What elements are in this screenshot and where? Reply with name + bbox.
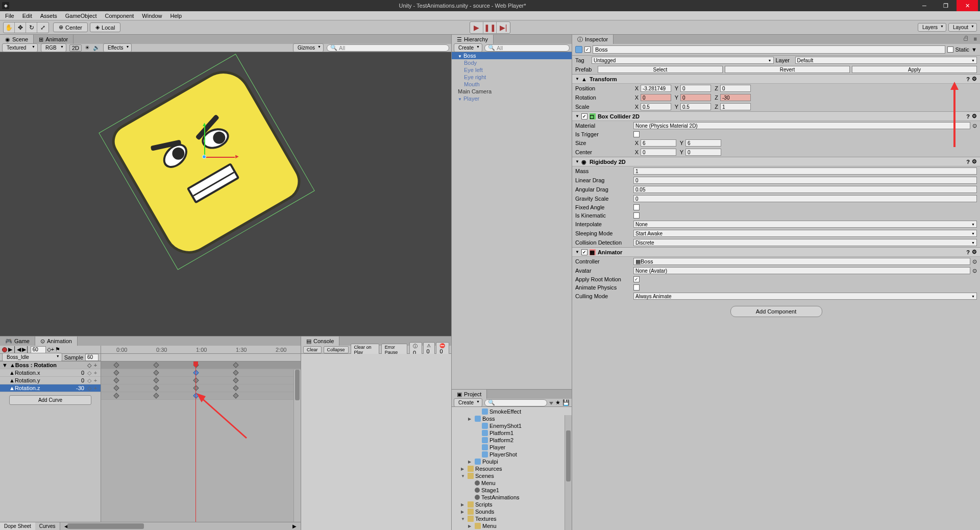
rotation-y-field[interactable]: [680, 94, 711, 101]
add-key-button[interactable]: ◇+: [47, 346, 54, 353]
static-dropdown-icon[interactable]: ▼: [971, 46, 977, 53]
property-row-selected[interactable]: ▲Rotation.z-30◇+: [0, 384, 101, 392]
project-scrollbar[interactable]: [565, 415, 572, 530]
prefab-select-button[interactable]: Select: [598, 66, 723, 73]
project-item[interactable]: Player: [452, 444, 572, 451]
project-item[interactable]: ▼Scenes: [452, 472, 572, 479]
is-kinematic-checkbox[interactable]: [633, 212, 640, 219]
y-axis-handle[interactable]: [204, 126, 205, 157]
hierarchy-tab[interactable]: ☰Hierarchy: [452, 35, 494, 44]
x-axis-handle[interactable]: [204, 157, 235, 158]
inspector-tab[interactable]: ⓘInspector: [572, 35, 614, 44]
active-checkbox[interactable]: [584, 46, 591, 53]
project-item[interactable]: Menu: [452, 479, 572, 487]
animation-tab[interactable]: ⊙Animation: [35, 336, 78, 346]
console-tab[interactable]: ▤Console: [301, 336, 339, 346]
rigidbody-component-header[interactable]: ▼◉Rigidbody 2D?⚙: [572, 157, 980, 166]
rotation-x-field[interactable]: [641, 94, 671, 101]
next-key-button[interactable]: ▶│: [22, 346, 30, 353]
project-item[interactable]: ▶Menu: [452, 522, 572, 529]
component-enable-checkbox[interactable]: [581, 249, 587, 255]
static-checkbox[interactable]: [947, 46, 953, 53]
hierarchy-item[interactable]: Main Camera: [452, 88, 572, 95]
property-header[interactable]: ▼▲Boss : Rotation◇+: [0, 362, 101, 369]
help-icon[interactable]: ?: [966, 249, 970, 255]
render-mode-dropdown[interactable]: RGB: [41, 43, 66, 52]
project-item[interactable]: ▶Scripts: [452, 501, 572, 508]
curves-tab[interactable]: Curves: [35, 522, 60, 530]
object-picker-icon[interactable]: ⊙: [972, 268, 977, 274]
menu-help[interactable]: Help: [167, 12, 185, 19]
project-item[interactable]: ▶Boss: [452, 415, 572, 422]
size-x-field[interactable]: [641, 139, 676, 147]
position-z-field[interactable]: [720, 85, 751, 92]
boxcollider-component-header[interactable]: ▼◻Box Collider 2D?⚙: [572, 111, 980, 121]
mass-field[interactable]: [633, 167, 977, 175]
menu-gameobject[interactable]: GameObject: [62, 12, 100, 19]
project-item[interactable]: TestAnimations: [452, 494, 572, 501]
project-item[interactable]: ▶Poulpi: [452, 458, 572, 465]
interpolate-dropdown[interactable]: None: [633, 221, 977, 228]
timeline-scrollbar[interactable]: [293, 370, 301, 522]
project-item[interactable]: PlayerShot: [452, 451, 572, 458]
favorite-icon[interactable]: ★: [555, 399, 560, 406]
gear-icon[interactable]: ⚙: [972, 113, 977, 119]
scale-y-field[interactable]: [680, 103, 711, 110]
project-item[interactable]: ▶Sounds: [452, 508, 572, 515]
clear-button[interactable]: Clear: [303, 346, 322, 353]
controller-field[interactable]: ▦Boss: [633, 258, 970, 265]
apply-root-motion-checkbox[interactable]: [633, 276, 640, 282]
gear-icon[interactable]: ⚙: [972, 249, 977, 255]
help-icon[interactable]: ?: [966, 76, 970, 82]
project-item[interactable]: Platform2: [452, 437, 572, 444]
help-icon[interactable]: ?: [966, 113, 970, 119]
culling-mode-dropdown[interactable]: Always Animate: [633, 293, 977, 300]
gear-icon[interactable]: ⚙: [972, 76, 977, 82]
audio-toggle-icon[interactable]: 🔊: [93, 44, 100, 51]
add-event-button[interactable]: ⚑: [55, 346, 60, 353]
menu-component[interactable]: Component: [102, 12, 137, 19]
menu-window[interactable]: Window: [139, 12, 165, 19]
record-button[interactable]: [2, 347, 7, 352]
project-search[interactable]: 🔍: [484, 399, 547, 406]
help-icon[interactable]: ?: [966, 159, 970, 165]
tag-dropdown[interactable]: Untagged: [592, 57, 774, 64]
lock-icon[interactable]: [961, 35, 971, 44]
boss-character[interactable]: [106, 61, 308, 263]
sample-field[interactable]: [85, 354, 99, 361]
scene-tab[interactable]: ◉Scene: [0, 35, 34, 44]
add-component-button[interactable]: Add Component: [730, 306, 822, 317]
filter-icon[interactable]: [549, 400, 553, 406]
hierarchy-search[interactable]: 🔍All: [484, 44, 570, 52]
layers-dropdown[interactable]: Layers: [918, 23, 946, 32]
scale-x-field[interactable]: [641, 103, 671, 110]
object-picker-icon[interactable]: ⊙: [972, 258, 977, 265]
hand-tool-button[interactable]: ✋: [4, 22, 15, 33]
dope-sheet-tab[interactable]: Dope Sheet: [0, 522, 35, 530]
rotate-tool-button[interactable]: ↻: [26, 22, 37, 33]
layout-dropdown[interactable]: Layout: [948, 23, 977, 32]
light-toggle-icon[interactable]: ☀: [85, 44, 90, 51]
2d-toggle[interactable]: 2D: [69, 44, 82, 52]
angular-drag-field[interactable]: [633, 186, 977, 193]
playhead[interactable]: [195, 362, 196, 522]
gameobject-name-field[interactable]: [593, 45, 945, 54]
center-handle[interactable]: [202, 155, 206, 159]
property-row[interactable]: ▲Rotation.y0◇+: [0, 377, 101, 384]
gizmos-dropdown[interactable]: Gizmos: [293, 43, 324, 52]
scene-search[interactable]: 🔍All: [327, 44, 449, 52]
collision-detection-dropdown[interactable]: Discrete: [633, 239, 977, 246]
play-button[interactable]: ▶: [470, 22, 483, 33]
scale-tool-button[interactable]: ⤢: [37, 22, 48, 33]
animate-physics-checkbox[interactable]: [633, 284, 640, 291]
center-y-field[interactable]: [685, 149, 721, 156]
animator-tab[interactable]: ⊞Animator: [34, 35, 74, 44]
hierarchy-item[interactable]: ▼ Boss: [452, 52, 572, 59]
save-search-icon[interactable]: 💾: [562, 399, 570, 406]
scale-z-field[interactable]: [720, 103, 751, 110]
anim-play-button[interactable]: ▶: [8, 346, 12, 353]
h-scrollbar[interactable]: ◀▶: [60, 522, 301, 530]
clip-dropdown[interactable]: Boss_Idle: [2, 353, 62, 362]
component-enable-checkbox[interactable]: [581, 113, 587, 119]
project-item[interactable]: Platform1: [452, 429, 572, 437]
